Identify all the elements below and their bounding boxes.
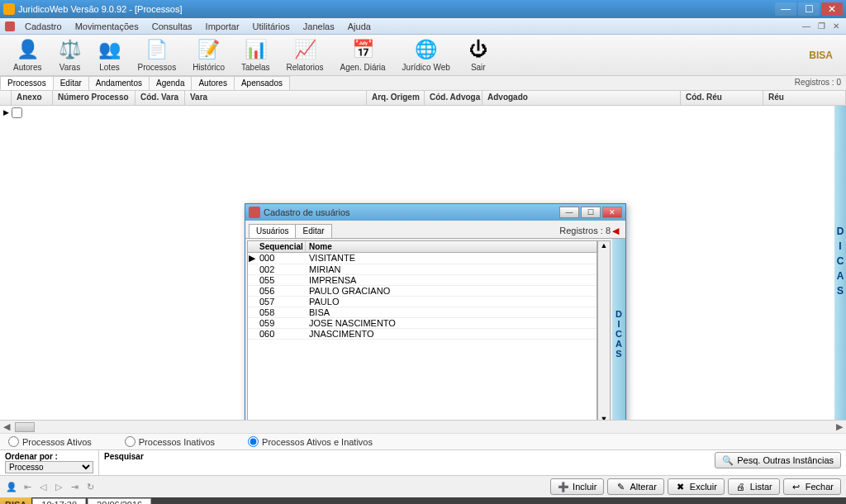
user-seq: 057	[256, 297, 306, 307]
col-cod-vara[interactable]: Cód. Vara	[135, 91, 185, 105]
filter-both[interactable]: Processos Ativos e Inativos	[248, 436, 373, 447]
maximize-button[interactable]: ☐	[798, 2, 820, 16]
tool-autores[interactable]: 👤Autores	[5, 36, 50, 74]
menu-movimentações[interactable]: Movimentações	[69, 20, 145, 33]
tab-agenda[interactable]: Agenda	[149, 76, 192, 90]
col-advogado[interactable]: Advogado	[482, 91, 681, 105]
search-icon: 🔍	[722, 454, 734, 466]
tab-andamentos[interactable]: Andamentos	[88, 76, 150, 90]
tab-autores[interactable]: Autores	[191, 76, 234, 90]
dialog-minimize-button[interactable]: —	[559, 207, 579, 218]
mdi-minimize-button[interactable]: —	[800, 21, 813, 32]
grid-hscrollbar[interactable]: ◀ ▶	[0, 420, 846, 433]
tool-varas[interactable]: ⚖️Varas	[50, 36, 89, 74]
user-row[interactable]: 055IMPRENSA	[248, 275, 596, 286]
scroll-left-icon[interactable]: ◀	[0, 421, 13, 432]
dialog-icon	[249, 207, 260, 218]
user-col-nome[interactable]: Nome	[306, 241, 596, 252]
scroll-up-icon[interactable]: ▲	[598, 241, 610, 253]
tab-processos[interactable]: Processos	[0, 76, 54, 90]
tab-editar[interactable]: Editar	[53, 76, 89, 90]
row-checkbox[interactable]	[12, 106, 31, 119]
autores-icon: 👤	[16, 38, 39, 61]
dialog-close-button[interactable]: ✕	[602, 207, 622, 218]
dialog-titlebar[interactable]: Cadastro de usuários — ☐ ✕	[245, 204, 625, 221]
col-vara[interactable]: Vara	[185, 91, 367, 105]
dialog-maximize-button[interactable]: ☐	[581, 207, 601, 218]
col-arq-origem[interactable]: Arq. Origem	[367, 91, 425, 105]
main-nav-refresh-icon[interactable]: ↻	[83, 480, 97, 493]
menu-importar[interactable]: Importar	[199, 20, 246, 33]
user-row[interactable]: 002MIRIAN	[248, 264, 596, 275]
mdi-restore-button[interactable]: ❐	[815, 21, 828, 32]
dialog-tab-usuarios[interactable]: Usuários	[249, 224, 296, 238]
print-icon: 🖨	[735, 481, 747, 492]
user-row[interactable]: 058BISA	[248, 307, 596, 318]
filter-active[interactable]: Processos Ativos	[8, 436, 92, 447]
user-col-sequencial[interactable]: Sequencial	[256, 241, 306, 252]
fechar-button[interactable]: ↩Fechar	[783, 478, 841, 495]
agen. diária-icon: 📅	[351, 38, 374, 61]
close-button[interactable]: ✕	[821, 2, 843, 16]
row-marker-icon	[248, 275, 256, 285]
col-cod-reu[interactable]: Cód. Réu	[681, 91, 763, 105]
user-row[interactable]: ▶000VISITANTE	[248, 253, 596, 264]
alterar-button[interactable]: ✎Alterar	[607, 478, 663, 495]
tool-processos[interactable]: 📄Processos	[129, 36, 184, 74]
minimize-button[interactable]: —	[775, 2, 796, 16]
scroll-right-icon[interactable]: ▶	[833, 421, 846, 432]
dialog-vscrollbar[interactable]: ▲ ▼	[597, 240, 611, 420]
grid-row[interactable]: ▶	[0, 106, 846, 119]
main-nav-buttons: 👤 ⇤ ◁ ▷ ⇥ ↻	[5, 480, 97, 493]
col-numero[interactable]: Número Processo	[53, 91, 135, 105]
user-row[interactable]: 057PAULO	[248, 297, 596, 307]
incluir-button[interactable]: ➕Incluir	[550, 478, 604, 495]
dialog-tab-editar[interactable]: Editar	[295, 224, 331, 238]
order-select[interactable]: Processo	[5, 461, 93, 473]
scroll-thumb[interactable]	[15, 422, 35, 432]
user-row[interactable]: 056PAULO GRACIANO	[248, 286, 596, 297]
main-nav-user-icon[interactable]: 👤	[5, 480, 18, 493]
menu-ajuda[interactable]: Ajuda	[341, 20, 378, 33]
tips-sidebar[interactable]: DICAS	[834, 106, 846, 420]
main-nav-first-icon[interactable]: ⇤	[21, 480, 34, 493]
scroll-down-icon[interactable]: ▼	[598, 415, 610, 420]
excluir-button[interactable]: ✖Excluir	[668, 478, 725, 495]
menu-consultas[interactable]: Consultas	[145, 20, 199, 33]
col-anexo[interactable]: Anexo	[12, 91, 53, 105]
main-nav-prev-icon[interactable]: ◁	[36, 480, 50, 493]
back-icon: ↩	[791, 481, 802, 492]
tool-relatorios[interactable]: 📈Relatorios	[278, 36, 332, 74]
tool-sair[interactable]: ⏻Sair	[459, 36, 498, 74]
tool-jurídico-web[interactable]: 🌐Jurídico Web	[394, 36, 459, 74]
listar-button[interactable]: 🖨Listar	[728, 478, 780, 495]
filter-inactive[interactable]: Processos Inativos	[125, 436, 215, 447]
mdi-close-button[interactable]: ✕	[829, 21, 843, 32]
grid-header: Anexo Número Processo Cód. Vara Vara Arq…	[0, 91, 846, 106]
menu-app-icon	[5, 21, 15, 31]
menu-bar: CadastroMovimentaçõesConsultasImportarUt…	[0, 18, 846, 35]
menu-cadastro[interactable]: Cadastro	[18, 20, 69, 33]
menu-utilitários[interactable]: Utilitários	[246, 20, 297, 33]
tool-agen--diária[interactable]: 📅Agen. Diária	[332, 36, 394, 74]
user-nome: VISITANTE	[306, 253, 596, 264]
tool-histórico[interactable]: 📝Histórico	[184, 36, 233, 74]
main-nav-next-icon[interactable]: ▷	[52, 480, 65, 493]
user-seq: 060	[256, 329, 306, 339]
main-nav-last-icon[interactable]: ⇥	[68, 480, 81, 493]
row-marker-icon	[248, 286, 256, 296]
tab-apensados[interactable]: Apensados	[234, 76, 290, 90]
user-row[interactable]: 060JNASCIMENTO	[248, 329, 596, 340]
search-other-instances-button[interactable]: 🔍Pesq. Outras Instâncias	[715, 452, 841, 468]
menu-janelas[interactable]: Janelas	[297, 20, 341, 33]
col-cod-advog[interactable]: Cód. Advoga	[425, 91, 482, 105]
user-seq: 002	[256, 264, 306, 274]
user-row[interactable]: 059JOSE NASCIMENTO	[248, 318, 596, 329]
status-date: 20/06/2016	[88, 498, 151, 504]
left-arrow-icon[interactable]: ◀	[612, 226, 619, 235]
filter-row: Processos Ativos Processos Inativos Proc…	[0, 433, 846, 449]
tool-lotes[interactable]: 👥Lotes	[89, 36, 129, 74]
dialog-tips-sidebar[interactable]: DICAS	[612, 239, 625, 420]
col-reu[interactable]: Réu	[763, 91, 846, 105]
tool-tabelas[interactable]: 📊Tabelas	[233, 36, 278, 74]
